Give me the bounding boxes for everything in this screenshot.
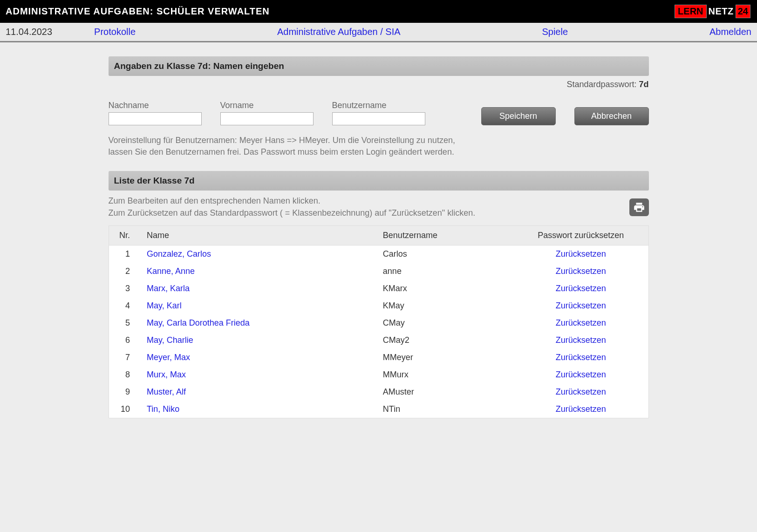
student-name-link[interactable]: Kanne, Anne [147, 266, 195, 276]
student-name-link[interactable]: May, Carla Dorothea Frieda [147, 318, 250, 327]
cell-reset: Zurücksetzen [513, 314, 648, 332]
list-instructions-row: Zum Bearbeiten auf den entsprechenden Na… [109, 195, 649, 218]
logo[interactable]: LERN NETZ 24 [674, 4, 751, 19]
cell-reset: Zurücksetzen [513, 263, 648, 280]
cell-username: KMay [377, 297, 513, 314]
logo-netz: NETZ [707, 5, 736, 18]
cell-username: MMeyer [377, 349, 513, 366]
cell-name: May, Carla Dorothea Frieda [141, 314, 377, 332]
student-table: Nr. Name Benutzername Passwort zurückset… [109, 225, 649, 418]
reset-password-link[interactable]: Zurücksetzen [556, 318, 606, 327]
cell-reset: Zurücksetzen [513, 332, 648, 349]
cell-name: Marx, Karla [141, 280, 377, 297]
cell-username: anne [377, 263, 513, 280]
list-instructions-line1: Zum Bearbeiten auf den entsprechenden Na… [109, 195, 476, 207]
student-name-link[interactable]: Marx, Karla [147, 284, 190, 293]
reset-password-link[interactable]: Zurücksetzen [556, 404, 606, 414]
table-row: 10Tin, NikoNTinZurücksetzen [109, 401, 648, 418]
section-header-form: Angaben zu Klasse 7d: Namen eingeben [109, 56, 649, 76]
benutzername-input[interactable] [332, 112, 425, 125]
reset-password-link[interactable]: Zurücksetzen [556, 370, 606, 379]
logo-24: 24 [736, 5, 750, 18]
cell-username: NTin [377, 401, 513, 418]
reset-password-link[interactable]: Zurücksetzen [556, 353, 606, 362]
vorname-label: Vorname [220, 101, 314, 110]
table-row: 2Kanne, AnneanneZurücksetzen [109, 263, 648, 280]
col-header-user: Benutzername [377, 225, 513, 245]
table-row: 9Muster, AlfAMusterZurücksetzen [109, 383, 648, 401]
nav-links: Protokolle Administrative Aufgaben / SIA… [71, 27, 751, 37]
table-row: 1Gonzalez, CarlosCarlosZurücksetzen [109, 245, 648, 263]
list-instructions-line2: Zum Zurücksetzen auf das Standardpasswor… [109, 207, 476, 219]
content-area: Angaben zu Klasse 7d: Namen eingeben Sta… [104, 42, 654, 432]
cell-reset: Zurücksetzen [513, 366, 648, 383]
student-name-link[interactable]: Murx, Max [147, 370, 186, 379]
reset-password-link[interactable]: Zurücksetzen [556, 301, 606, 310]
nav-admin-sia[interactable]: Administrative Aufgaben / SIA [277, 27, 401, 37]
form-hint-line2: lassen Sie den Benutzernamen frei. Das P… [109, 146, 649, 158]
student-name-link[interactable]: Gonzalez, Carlos [147, 249, 211, 259]
cancel-button[interactable]: Abbrechen [574, 107, 649, 125]
student-name-link[interactable]: May, Karl [147, 301, 182, 310]
field-vorname: Vorname [220, 101, 314, 125]
list-instructions: Zum Bearbeiten auf den entsprechenden Na… [109, 195, 476, 218]
cell-name: Gonzalez, Carlos [141, 245, 377, 263]
reset-password-link[interactable]: Zurücksetzen [556, 249, 606, 259]
cell-username: CMay2 [377, 332, 513, 349]
save-button[interactable]: Speichern [481, 107, 556, 125]
cell-username: MMurx [377, 366, 513, 383]
cell-nr: 10 [109, 401, 141, 418]
student-name-link[interactable]: Meyer, Max [147, 353, 190, 362]
cell-username: CMay [377, 314, 513, 332]
student-name-link[interactable]: Muster, Alf [147, 387, 186, 396]
form-hint-line1: Voreinstellung für Benutzernamen: Meyer … [109, 135, 649, 146]
table-header-row: Nr. Name Benutzername Passwort zurückset… [109, 225, 648, 245]
student-name-link[interactable]: Tin, Niko [147, 404, 179, 414]
col-header-nr: Nr. [109, 225, 141, 245]
reset-password-link[interactable]: Zurücksetzen [556, 335, 606, 345]
nav-spiele[interactable]: Spiele [542, 27, 568, 37]
cell-reset: Zurücksetzen [513, 280, 648, 297]
reset-password-link[interactable]: Zurücksetzen [556, 284, 606, 293]
field-nachname: Nachname [109, 101, 202, 125]
cell-nr: 8 [109, 366, 141, 383]
student-name-link[interactable]: May, Charlie [147, 335, 193, 345]
reset-password-link[interactable]: Zurücksetzen [556, 266, 606, 276]
cell-name: Tin, Niko [141, 401, 377, 418]
default-password-line: Standardpasswort: 7d [109, 80, 649, 89]
nachname-input[interactable] [109, 112, 202, 125]
cell-name: May, Charlie [141, 332, 377, 349]
cell-reset: Zurücksetzen [513, 401, 648, 418]
table-row: 6May, CharlieCMay2Zurücksetzen [109, 332, 648, 349]
nav-abmelden[interactable]: Abmelden [709, 27, 751, 37]
cell-name: Muster, Alf [141, 383, 377, 401]
cell-nr: 3 [109, 280, 141, 297]
cell-nr: 5 [109, 314, 141, 332]
cell-nr: 6 [109, 332, 141, 349]
default-password-label: Standardpasswort: [566, 80, 639, 89]
header-bar: ADMINISTRATIVE AUFGABEN: SCHÜLER VERWALT… [0, 0, 757, 23]
form-row: Nachname Vorname Benutzername Speichern … [109, 101, 649, 125]
form-hint: Voreinstellung für Benutzernamen: Meyer … [109, 135, 649, 158]
cell-username: AMuster [377, 383, 513, 401]
table-row: 3Marx, KarlaKMarxZurücksetzen [109, 280, 648, 297]
cell-reset: Zurücksetzen [513, 297, 648, 314]
section-header-list: Liste der Klasse 7d [109, 171, 649, 191]
print-button[interactable] [629, 198, 649, 216]
nav-date: 11.04.2023 [6, 27, 52, 37]
table-row: 5May, Carla Dorothea FriedaCMayZurückset… [109, 314, 648, 332]
reset-password-link[interactable]: Zurücksetzen [556, 387, 606, 396]
table-row: 4May, KarlKMayZurücksetzen [109, 297, 648, 314]
cell-name: Kanne, Anne [141, 263, 377, 280]
col-header-reset: Passwort zurücksetzen [513, 225, 648, 245]
nav-protokolle[interactable]: Protokolle [94, 27, 136, 37]
cell-nr: 1 [109, 245, 141, 263]
field-benutzername: Benutzername [332, 101, 425, 125]
cell-reset: Zurücksetzen [513, 245, 648, 263]
print-icon [633, 201, 645, 213]
cell-username: Carlos [377, 245, 513, 263]
logo-lern: LERN [675, 5, 706, 18]
cell-reset: Zurücksetzen [513, 383, 648, 401]
cell-name: Murx, Max [141, 366, 377, 383]
vorname-input[interactable] [220, 112, 314, 125]
